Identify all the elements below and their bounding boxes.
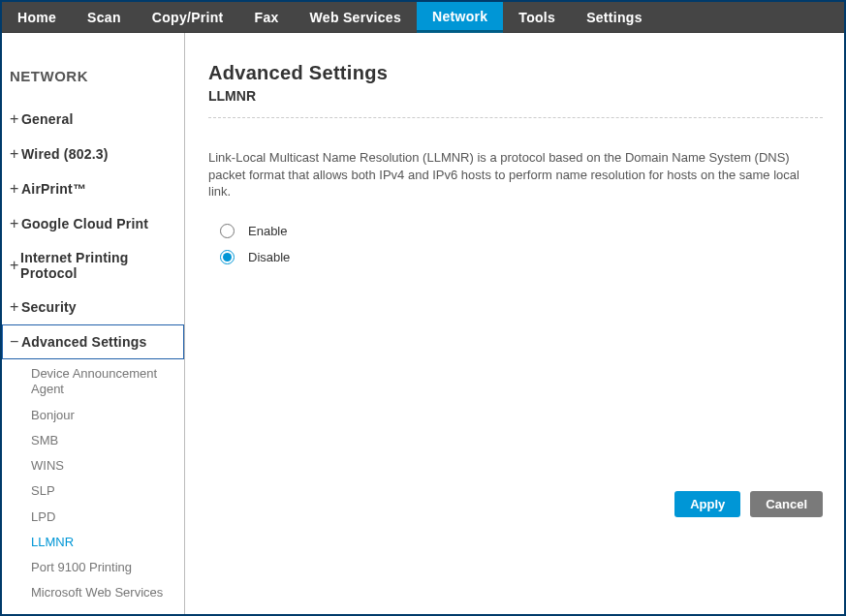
description-text: Link-Local Multicast Name Resolution (LL… <box>208 149 823 200</box>
sidebar-subitems: Device Announcement AgentBonjourSMBWINSS… <box>2 359 184 614</box>
sidebar-subitem-device-announcement-agent[interactable]: Device Announcement Agent <box>2 361 184 403</box>
sidebar-item-label: Security <box>21 299 77 315</box>
radio-enable[interactable] <box>220 224 235 238</box>
nav-network[interactable]: Network <box>417 2 503 33</box>
sidebar-item-general[interactable]: + General <box>2 102 184 137</box>
sidebar-subitem-syslog[interactable]: Syslog <box>2 606 184 615</box>
content-panel: Advanced Settings LLMNR Link-Local Multi… <box>185 33 844 614</box>
sidebar-item-internet-printing-protocol[interactable]: + Internet Printing Protocol <box>2 241 184 290</box>
expand-icon: + <box>10 298 21 316</box>
sidebar-subitem-llmnr[interactable]: LLMNR <box>2 530 184 555</box>
nav-scan[interactable]: Scan <box>72 2 137 32</box>
sidebar-item-airprint-[interactable]: + AirPrint™ <box>2 171 184 206</box>
sidebar-subitem-bonjour[interactable]: Bonjour <box>2 403 184 428</box>
nav-copy-print[interactable]: Copy/Print <box>137 2 239 32</box>
radio-group: Enable Disable <box>220 220 823 276</box>
sidebar-subitem-smb[interactable]: SMB <box>2 428 184 453</box>
separator <box>208 117 823 118</box>
radio-disable[interactable] <box>220 250 235 264</box>
button-bar: Apply Cancel <box>674 491 823 517</box>
expand-icon: + <box>10 180 21 198</box>
page-subtitle: LLMNR <box>208 88 823 104</box>
sidebar-item-label: AirPrint™ <box>21 181 86 197</box>
sidebar-item-label: Advanced Settings <box>21 334 146 350</box>
sidebar-subitem-microsoft-web-services[interactable]: Microsoft Web Services <box>2 580 184 605</box>
page-title: Advanced Settings <box>208 62 823 84</box>
collapse-icon: − <box>10 333 21 351</box>
radio-enable-label[interactable]: Enable <box>248 224 287 238</box>
sidebar-item-security[interactable]: + Security <box>2 290 184 324</box>
sidebar-item-label: Wired (802.3) <box>21 146 109 162</box>
sidebar-item-label: Internet Printing Protocol <box>20 250 176 281</box>
nav-tools[interactable]: Tools <box>503 2 571 32</box>
nav-settings[interactable]: Settings <box>571 2 658 32</box>
nav-home[interactable]: Home <box>2 2 72 32</box>
cancel-button[interactable]: Cancel <box>750 491 823 517</box>
expand-icon: + <box>10 110 21 128</box>
sidebar-item-advanced-settings[interactable]: − Advanced Settings <box>2 324 184 359</box>
apply-button[interactable]: Apply <box>674 491 740 517</box>
expand-icon: + <box>10 215 21 232</box>
sidebar: NETWORK + General+ Wired (802.3)+ AirPri… <box>2 33 185 614</box>
radio-disable-row: Disable <box>220 250 823 264</box>
sidebar-item-wired-802-3-[interactable]: + Wired (802.3) <box>2 137 184 171</box>
radio-enable-row: Enable <box>220 224 823 238</box>
nav-web-services[interactable]: Web Services <box>295 2 417 32</box>
sidebar-item-google-cloud-print[interactable]: + Google Cloud Print <box>2 206 184 241</box>
expand-icon: + <box>10 257 20 274</box>
sidebar-subitem-slp[interactable]: SLP <box>2 478 184 504</box>
sidebar-heading: NETWORK <box>2 33 184 102</box>
top-nav: HomeScanCopy/PrintFaxWeb ServicesNetwork… <box>2 2 844 33</box>
sidebar-subitem-lpd[interactable]: LPD <box>2 505 184 530</box>
sidebar-item-label: General <box>21 111 74 127</box>
expand-icon: + <box>10 145 21 163</box>
radio-disable-label[interactable]: Disable <box>248 250 290 264</box>
nav-fax[interactable]: Fax <box>239 2 295 32</box>
sidebar-subitem-wins[interactable]: WINS <box>2 453 184 478</box>
sidebar-subitem-port-9100-printing[interactable]: Port 9100 Printing <box>2 555 184 580</box>
sidebar-item-label: Google Cloud Print <box>21 216 148 231</box>
